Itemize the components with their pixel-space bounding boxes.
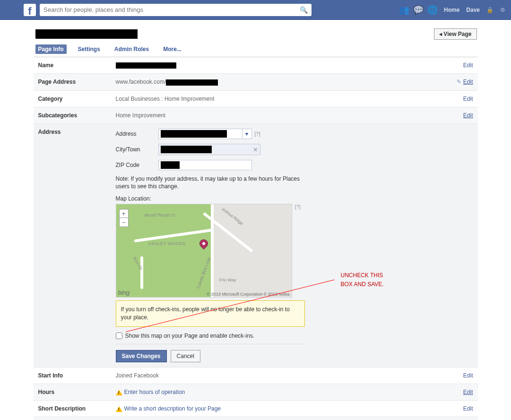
topbar: f 🔍 👥 💬 🌐 Home Dave 🔒 ⚙ [0,0,511,20]
privacy-icon[interactable]: 🔒 [486,7,494,13]
help-address[interactable]: [?] [255,131,260,137]
warning-icon [116,390,122,395]
zoom-out-button[interactable]: − [120,218,128,227]
row-hours: Hours Enter hours of operation Edit [34,384,478,401]
map[interactable]: ASHLEY WOODS Wood Thrush Ct Joshua Ridge… [116,204,292,298]
notifications-icon[interactable]: 🌐 [428,5,437,15]
edit-hours[interactable]: Edit [463,389,473,395]
nav-home[interactable]: Home [444,7,459,13]
clear-city-icon[interactable]: ✕ [253,146,258,153]
address-select[interactable]: ▾ [158,129,252,139]
chevron-down-icon: ▾ [242,129,251,139]
admin-tabs: Page Info Settings Admin Roles More... [34,44,478,57]
tab-page-info[interactable]: Page Info [35,44,67,54]
annotation-text: UNCHECK THISBOX AND SAVE. [341,271,384,288]
row-long-description: Long Description Write a long descriptio… [34,417,478,420]
checkin-warning: If you turn off check-ins, people will n… [116,300,305,327]
url-redacted [166,79,218,86]
row-start-info: Start Info Joined Facebook Edit [34,368,478,384]
edit-page-address[interactable]: Edit [463,79,473,85]
cancel-button[interactable]: Cancel [171,350,200,362]
zip-input[interactable] [158,160,252,170]
city-input[interactable]: ✕ [158,144,260,155]
edit-short-desc[interactable]: Edit [463,405,473,412]
edit-name[interactable]: Edit [463,62,473,69]
tab-settings[interactable]: Settings [75,44,103,54]
zip-redacted [161,161,180,169]
zoom-in-button[interactable]: + [120,210,128,218]
facebook-logo[interactable]: f [24,4,36,16]
save-changes-button[interactable]: Save Changes [116,350,167,362]
row-address: Address Address ▾ [?] City/Town ✕ ZIP Co… [34,124,478,368]
address-redacted [161,130,227,138]
search-icon[interactable]: 🔍 [300,6,308,14]
tab-admin-roles[interactable]: Admin Roles [112,44,152,54]
search-input[interactable] [40,4,312,16]
edit-start-info[interactable]: Edit [463,372,473,379]
name-redacted [116,62,176,69]
messages-icon[interactable]: 💬 [414,5,423,15]
short-desc-link[interactable]: Write a short description for your Page [124,405,221,412]
show-map-checkbox-row[interactable]: Show this map on your Page and enable ch… [116,332,305,339]
hours-link[interactable]: Enter hours of operation [124,389,185,395]
row-category: Category Local Businesses : Home Improve… [34,91,478,107]
show-map-checkbox[interactable] [116,332,122,339]
row-subcategories: Subcategories Home Improvement Edit [34,107,478,124]
row-name: Name Edit [34,57,478,74]
address-note: Note: If you modify your address, it may… [116,175,305,191]
row-short-description: Short Description Write a short descript… [34,401,478,417]
edit-category[interactable]: Edit [463,96,473,102]
friend-requests-icon[interactable]: 👥 [399,5,409,15]
row-page-address: Page Address www.facebook.com/ ✎ Edit [34,74,478,90]
settings-gear-icon[interactable]: ⚙ [500,7,505,13]
nav-user[interactable]: Dave [466,7,480,13]
bing-logo: bing [118,289,130,296]
pencil-icon: ✎ [457,79,461,85]
view-page-button[interactable]: ◂ View Page [434,28,477,40]
help-map[interactable]: [?] [295,204,301,210]
edit-subcategories[interactable]: Edit [463,112,473,119]
map-zoom: + − [119,209,129,227]
tab-more[interactable]: More... [160,44,184,54]
warning-icon [116,406,122,412]
map-attribution: © 2013 Microsoft Corporation © 2013 Noki… [207,292,290,297]
city-redacted [161,146,212,153]
page-title-redacted [35,29,138,39]
